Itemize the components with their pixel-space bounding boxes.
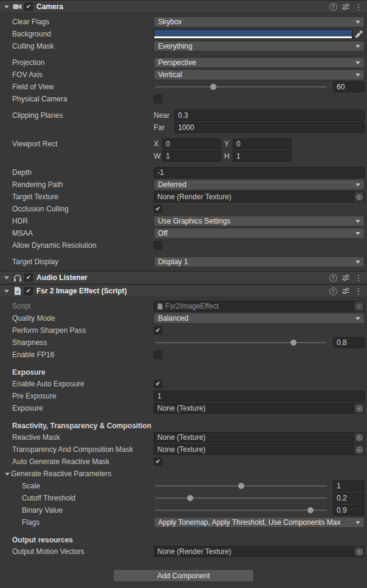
viewport-w-field[interactable]: 1: [162, 151, 221, 162]
audio-listener-header[interactable]: Audio Listener ? ⋮: [0, 271, 367, 284]
object-value: None (Texture): [157, 445, 354, 454]
eyedropper-icon[interactable]: [352, 29, 365, 39]
transparency-mask-field[interactable]: None (Texture): [154, 444, 365, 455]
foldout-arrow-icon[interactable]: [5, 473, 10, 476]
dropdown-value: Display 1: [158, 258, 353, 266]
occlusion-culling-checkbox[interactable]: [154, 205, 162, 213]
object-picker-icon[interactable]: [354, 547, 364, 556]
flags-dropdown[interactable]: Apply Tonemap, Apply Threshold, Use Comp…: [154, 517, 365, 528]
field-label: Generate Reactive Parameters: [11, 470, 111, 478]
fsr2-enabled-checkbox[interactable]: [24, 287, 33, 295]
row-hdr: HDR Use Graphics Settings: [0, 215, 367, 227]
row-projection: Projection Perspective: [0, 56, 367, 69]
far-field[interactable]: 1000: [174, 122, 365, 133]
depth-field[interactable]: -1: [154, 167, 365, 178]
pre-exposure-field[interactable]: 1: [154, 391, 365, 402]
presets-icon[interactable]: [340, 286, 351, 296]
dropdown-value: Skybox: [158, 18, 353, 26]
section-reactivity: Reactivity, Transparency & Composition: [0, 420, 367, 431]
culling-mask-dropdown[interactable]: Everything: [154, 41, 365, 52]
rendering-path-dropdown[interactable]: Deferred: [154, 179, 365, 190]
quality-mode-dropdown[interactable]: Balanced: [154, 313, 365, 324]
object-picker-icon[interactable]: [354, 192, 364, 202]
field-of-view-value[interactable]: 60: [333, 81, 365, 92]
axis-label-y: Y: [224, 140, 233, 148]
row-clipping-near: Clipping Planes Near 0.3: [0, 109, 367, 121]
target-display-dropdown[interactable]: Display 1: [154, 256, 365, 267]
field-label: Auto Generate Reactive Mask: [12, 457, 154, 466]
output-motion-vectors-field[interactable]: None (Render Texture): [154, 546, 365, 557]
help-icon[interactable]: ?: [328, 273, 338, 282]
field-value: 0: [166, 140, 170, 148]
viewport-h-field[interactable]: 1: [233, 151, 292, 162]
camera-header[interactable]: Camera ? ⋮: [0, 0, 367, 13]
perform-sharpen-pass-checkbox[interactable]: [154, 326, 162, 335]
object-picker-icon[interactable]: [354, 432, 364, 442]
enable-auto-exposure-checkbox[interactable]: [154, 380, 162, 388]
reactive-mask-field[interactable]: None (Texture): [154, 432, 365, 443]
field-label: Clipping Planes: [12, 111, 154, 120]
scale-value[interactable]: 1: [333, 480, 365, 491]
presets-icon[interactable]: [340, 273, 351, 282]
presets-icon[interactable]: [340, 2, 351, 12]
row-viewport-xy: Viewport Rect X 0 Y 0: [0, 138, 367, 150]
viewport-y-field[interactable]: 0: [233, 138, 292, 149]
kebab-menu-icon[interactable]: ⋮: [353, 273, 364, 282]
chevron-down-icon: [355, 21, 360, 24]
kebab-menu-icon[interactable]: ⋮: [353, 2, 364, 12]
fsr2-header[interactable]: # Fsr 2 Image Effect (Script) ? ⋮: [0, 284, 367, 298]
exposure-field[interactable]: None (Texture): [154, 403, 365, 414]
kebab-menu-icon[interactable]: ⋮: [353, 286, 364, 296]
scale-slider[interactable]: [154, 480, 328, 491]
auto-generate-reactive-mask-checkbox[interactable]: [154, 457, 162, 466]
chevron-down-icon: [355, 521, 360, 524]
object-picker-icon[interactable]: [354, 403, 364, 413]
object-picker-icon[interactable]: [354, 445, 364, 454]
binary-value-value[interactable]: 0.9: [333, 505, 365, 516]
physical-camera-checkbox[interactable]: [154, 95, 162, 103]
audio-listener-enabled-checkbox[interactable]: [24, 273, 33, 282]
slider-track: [155, 342, 327, 343]
row-auto-generate-reactive-mask: Auto Generate Reactive Mask: [0, 456, 367, 468]
field-value: 0.3: [178, 111, 188, 120]
object-picker-icon[interactable]: [354, 301, 364, 311]
allow-dynamic-resolution-checkbox[interactable]: [154, 241, 162, 250]
cutoff-threshold-value[interactable]: 0.2: [333, 493, 365, 504]
foldout-arrow-icon[interactable]: [4, 5, 9, 9]
msaa-dropdown[interactable]: Off: [154, 228, 365, 239]
sharpness-slider[interactable]: [154, 337, 328, 348]
foldout-arrow-icon[interactable]: [4, 276, 9, 279]
slider-handle[interactable]: [290, 340, 297, 346]
row-allow-dynamic-resolution: Allow Dynamic Resolution: [0, 239, 367, 251]
color-swatch[interactable]: [154, 29, 352, 39]
help-icon[interactable]: ?: [328, 286, 338, 296]
field-label: MSAA: [12, 229, 154, 238]
slider-handle[interactable]: [187, 495, 193, 501]
clear-flags-dropdown[interactable]: Skybox: [154, 16, 365, 27]
dropdown-value: Off: [158, 229, 353, 238]
cutoff-threshold-slider[interactable]: [154, 493, 328, 504]
enable-fp16-checkbox[interactable]: [154, 350, 162, 359]
slider-handle[interactable]: [238, 483, 244, 489]
hdr-dropdown[interactable]: Use Graphics Settings: [154, 216, 365, 227]
slider-track: [155, 497, 327, 499]
slider-handle[interactable]: [210, 84, 216, 90]
fov-axis-dropdown[interactable]: Vertical: [154, 69, 365, 80]
slider-handle[interactable]: [307, 507, 314, 513]
foldout-arrow-icon[interactable]: [4, 290, 9, 293]
binary-value-slider[interactable]: [154, 505, 328, 516]
object-value: None (Render Texture): [157, 547, 354, 556]
add-component-button[interactable]: Add Component: [113, 569, 254, 582]
field-value: 1: [157, 392, 162, 400]
field-label: Script: [12, 302, 154, 310]
projection-dropdown[interactable]: Perspective: [154, 57, 365, 68]
sharpness-value[interactable]: 0.8: [333, 337, 365, 348]
camera-enabled-checkbox[interactable]: [24, 2, 33, 11]
field-of-view-slider[interactable]: [154, 81, 328, 92]
help-icon[interactable]: ?: [328, 2, 338, 12]
viewport-x-field[interactable]: 0: [162, 138, 221, 149]
row-generate-reactive-parameters[interactable]: Generate Reactive Parameters: [0, 468, 367, 480]
target-texture-field[interactable]: None (Render Texture): [154, 191, 365, 202]
number-value: 0.2: [337, 494, 347, 502]
near-field[interactable]: 0.3: [174, 110, 365, 121]
